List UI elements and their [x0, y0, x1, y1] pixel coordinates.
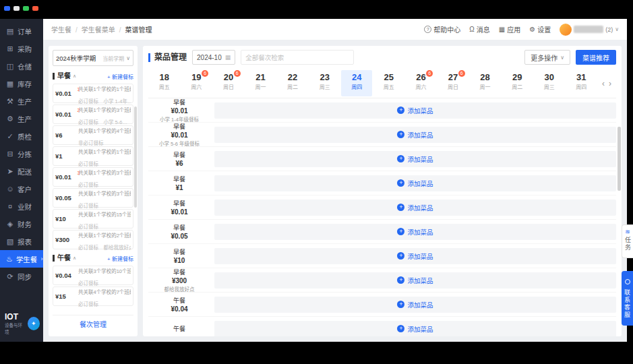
meal-name: 早餐 — [148, 175, 210, 183]
group-label: 早餐 — [53, 73, 71, 80]
calendar-weekday: 周四 — [341, 83, 372, 90]
recording-dot — [23, 6, 29, 11]
meal-standard-item[interactable]: ¥0.05 共关联1个学校的3个班级 必订餐标 — [53, 188, 133, 208]
sidebar-item[interactable]: ◫ 仓储 › — [0, 57, 43, 75]
scrollbar-thumb[interactable] — [617, 127, 621, 191]
calendar-day[interactable]: 26 6 周六 — [406, 70, 437, 96]
calendar-day[interactable]: 23 周三 — [309, 70, 340, 96]
app-window: ▤ 订单 › ⊞ 采购 › ◫ 仓储 › — [0, 19, 627, 342]
month-picker[interactable]: 2024-10 ▦ — [192, 50, 235, 65]
meal-standard-item[interactable]: ¥0.013 共关联1个学校的3个班级 必订餐标 — [53, 167, 133, 187]
calendar-day[interactable]: 29 周二 — [502, 70, 533, 96]
scrollbar-thumb[interactable] — [134, 107, 137, 208]
sidebar-item-icon: ⚒ — [6, 97, 14, 106]
dish-search-input[interactable] — [241, 50, 354, 65]
calendar-weekday: 周三 — [534, 83, 565, 90]
meal-standard-item[interactable]: ¥10 共关联1个学校的15个班级 必订餐标 — [53, 209, 133, 229]
sidebar-item[interactable]: ⊟ 分拣 › — [0, 145, 43, 162]
calendar-day-number: 28 — [470, 73, 501, 83]
apps-button[interactable]: ▦ 应用 — [499, 24, 520, 34]
calendar-next-button[interactable]: › — [609, 79, 611, 88]
meal-standard-item[interactable]: ¥15 共关联4个学校的7个班级 必订餐标 — [53, 286, 133, 306]
new-meal-standard-button[interactable]: + 新建餐标 — [107, 73, 133, 80]
meal-row: 早餐 ¥6 + 添加菜品 — [148, 147, 616, 171]
add-dish-button[interactable]: + 添加菜品 — [397, 130, 433, 140]
sidebar-item[interactable]: ▦ 库存 › — [0, 75, 43, 92]
calendar-day[interactable]: 31 周四 — [566, 70, 597, 96]
calendar-day[interactable]: 18 周五 — [149, 70, 180, 96]
meal-standard-item[interactable]: ¥0.012 共关联1个学校的3个班级 必订餐标 小学 5-6… — [53, 104, 133, 124]
calendar-day[interactable]: 20 6 周日 — [213, 70, 244, 96]
help-button[interactable]: ? 帮助中心 — [424, 24, 460, 34]
semester-select[interactable]: 2024秋季学期 当前学期 ∨ — [53, 50, 133, 66]
sidebar-item[interactable]: ▤ 订单 › — [0, 22, 43, 40]
recipe-recommend-button[interactable]: 菜谱推荐 — [576, 50, 616, 65]
meal-row: 早餐 ¥300 都给我放好点 + 添加菜品 — [148, 268, 616, 293]
add-dish-button[interactable]: + 添加菜品 — [397, 251, 433, 261]
calendar-day[interactable]: 24 周四 — [341, 70, 372, 96]
tasks-tab[interactable]: ≋ 任务 — [622, 224, 633, 258]
sidebar-item[interactable]: ◈ 财务 › — [0, 215, 43, 233]
meal-standard-item[interactable]: ¥1 共关联1个学校的1个班级 必订餐标 — [53, 146, 133, 166]
meal-standard-item[interactable]: ¥0.011 共关联1个学校的1个班级 必订餐标 小学 1-4年… — [53, 84, 133, 103]
sidebar-item[interactable]: ▧ 报表 › — [0, 233, 43, 250]
recording-dot — [32, 6, 38, 11]
new-meal-standard-button[interactable]: + 新建餐标 — [107, 255, 133, 262]
meal-standard-desc: 共关联1个学校的3个班级 — [78, 170, 131, 176]
breadcrumb-item[interactable]: 学生餐菜单 — [71, 24, 115, 34]
breadcrumb-item[interactable]: 学生餐 — [51, 24, 71, 34]
sidebar-item[interactable]: ♨ 学生餐 › — [0, 250, 43, 268]
calendar-prev-button[interactable]: ‹ — [602, 79, 605, 88]
collapse-icon[interactable]: ∧ — [73, 73, 76, 79]
sidebar-item[interactable]: ☺ 客户 › — [0, 180, 43, 198]
meal-standard-item[interactable]: ¥0.04 共关联3个学校的10个班级 必订餐标 — [53, 266, 133, 285]
sidebar-item[interactable]: ⊞ 采购 › — [0, 40, 43, 57]
meal-standard-desc: 共关联1个学校的15个班级 — [78, 212, 131, 218]
messages-button[interactable]: Ω 消息 — [469, 24, 489, 34]
calendar-day[interactable]: 21 周一 — [245, 70, 276, 96]
sidebar-item[interactable]: ⚒ 生产 › — [0, 92, 43, 110]
calendar-day[interactable]: 30 周三 — [534, 70, 565, 96]
add-dish-button[interactable]: + 添加菜品 — [397, 154, 433, 164]
add-dish-button[interactable]: + 添加菜品 — [397, 276, 433, 285]
meal-standard-sub: 必订餐标 都给我放好点 — [78, 245, 131, 251]
sidebar-item[interactable]: ⚙ 生产 › — [0, 110, 43, 127]
calendar-day[interactable]: 25 周五 — [373, 70, 404, 96]
caret-down-icon: ∨ — [126, 55, 130, 61]
calendar-day[interactable]: 22 周二 — [277, 70, 308, 96]
plus-circle-icon: + — [397, 155, 404, 162]
more-actions-button[interactable]: 更多操作 ∨ — [524, 50, 570, 65]
meal-standard-sub: 必订餐标 — [78, 301, 98, 307]
settings-button[interactable]: ⚙ 设置 — [529, 24, 551, 34]
calendar-day[interactable]: 19 6 周六 — [181, 70, 212, 96]
calendar-day[interactable]: 27 6 周日 — [438, 70, 469, 96]
dish-slot: + 添加菜品 — [214, 321, 616, 337]
user-menu[interactable]: (2) ∨ — [560, 24, 619, 36]
add-dish-button[interactable]: + 添加菜品 — [397, 106, 433, 115]
sidebar-item-label: 客户 — [18, 184, 32, 194]
add-dish-button[interactable]: + 添加菜品 — [397, 324, 433, 334]
apps-grid-icon: ▦ — [499, 26, 505, 33]
meal-times-manage: 餐次管理 — [53, 315, 133, 332]
meal-times-manage-button[interactable]: 餐次管理 — [80, 319, 107, 329]
add-dish-button[interactable]: + 添加菜品 — [397, 300, 433, 309]
meal-standard-item[interactable]: ¥300 共关联1个学校的2个班级 必订餐标 都给我放好点 — [53, 230, 133, 249]
calendar-day-number: 31 — [566, 73, 597, 83]
plus-circle-icon: + — [397, 252, 404, 260]
support-tab[interactable]: 联系客服 — [622, 271, 633, 326]
breadcrumb-item[interactable]: 菜谱管理 — [115, 24, 152, 34]
sidebar-item[interactable]: ¤ 业财 › — [0, 198, 43, 215]
lunch-group-header: 午餐 ∧ + 新建餐标 — [53, 252, 133, 264]
add-dish-button[interactable]: + 添加菜品 — [397, 179, 433, 188]
collapse-icon[interactable]: ∧ — [73, 255, 76, 261]
add-dish-button[interactable]: + 添加菜品 — [397, 227, 433, 237]
calendar-day[interactable]: 28 周一 — [470, 70, 501, 96]
calendar-icon: ▦ — [225, 54, 231, 61]
sidebar-item[interactable]: ✓ 质检 › — [0, 127, 43, 145]
meal-note: 都给我放好点 — [148, 285, 210, 293]
sidebar-item-label: 订单 — [18, 26, 32, 36]
add-dish-button[interactable]: + 添加菜品 — [397, 203, 433, 212]
sidebar-item[interactable]: ➤ 配送 › — [0, 162, 43, 180]
sidebar-item[interactable]: ⟳ 同步 › — [0, 268, 43, 285]
meal-standard-item[interactable]: ¥6 共关联1个学校的4个班级 非必订餐标 — [53, 125, 133, 145]
